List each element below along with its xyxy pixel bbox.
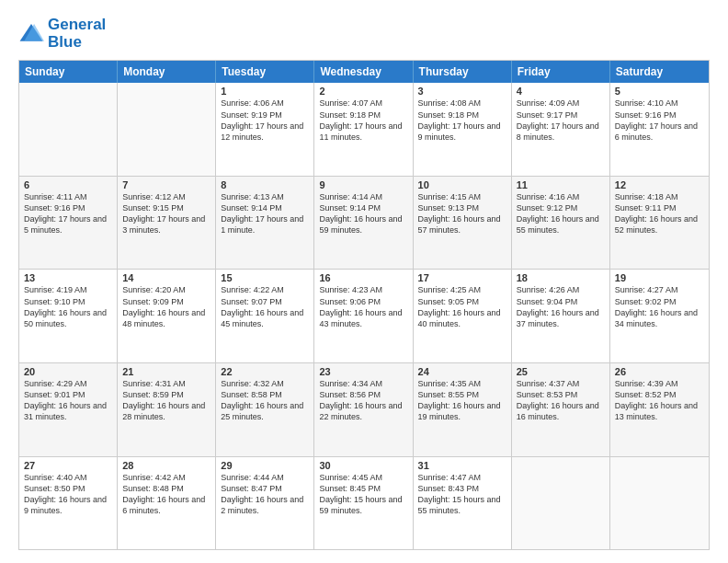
day-number: 31 bbox=[418, 460, 506, 471]
day-info: Sunrise: 4:39 AM Sunset: 8:52 PM Dayligh… bbox=[615, 378, 704, 423]
day-info: Sunrise: 4:35 AM Sunset: 8:55 PM Dayligh… bbox=[418, 378, 506, 423]
day-cell-24: 24Sunrise: 4:35 AM Sunset: 8:55 PM Dayli… bbox=[414, 363, 512, 456]
day-info: Sunrise: 4:07 AM Sunset: 9:18 PM Dayligh… bbox=[319, 98, 407, 143]
day-cell-4: 4Sunrise: 4:09 AM Sunset: 9:17 PM Daylig… bbox=[512, 83, 610, 176]
day-number: 23 bbox=[319, 366, 407, 377]
day-cell-27: 27Sunrise: 4:40 AM Sunset: 8:50 PM Dayli… bbox=[19, 457, 118, 550]
page: GeneralBlue SundayMondayTuesdayWednesday… bbox=[0, 0, 728, 563]
day-info: Sunrise: 4:22 AM Sunset: 9:07 PM Dayligh… bbox=[221, 284, 309, 329]
day-info: Sunrise: 4:34 AM Sunset: 8:56 PM Dayligh… bbox=[319, 378, 407, 423]
day-number: 30 bbox=[319, 460, 407, 471]
day-number: 22 bbox=[221, 366, 309, 377]
day-number: 18 bbox=[517, 272, 605, 283]
day-number: 9 bbox=[319, 179, 407, 190]
logo-text: GeneralBlue bbox=[48, 17, 106, 51]
day-cell-17: 17Sunrise: 4:25 AM Sunset: 9:05 PM Dayli… bbox=[414, 270, 512, 362]
day-cell-6: 6Sunrise: 4:11 AM Sunset: 9:16 PM Daylig… bbox=[19, 177, 118, 270]
day-info: Sunrise: 4:13 AM Sunset: 9:14 PM Dayligh… bbox=[221, 191, 309, 236]
calendar-body: 1Sunrise: 4:06 AM Sunset: 9:19 PM Daylig… bbox=[19, 83, 709, 549]
header: GeneralBlue bbox=[18, 17, 710, 51]
day-number: 15 bbox=[221, 272, 309, 283]
day-info: Sunrise: 4:06 AM Sunset: 9:19 PM Dayligh… bbox=[221, 98, 309, 143]
day-info: Sunrise: 4:16 AM Sunset: 9:12 PM Dayligh… bbox=[517, 191, 605, 236]
day-header-saturday: Saturday bbox=[610, 61, 709, 83]
day-number: 1 bbox=[221, 86, 309, 97]
day-cell-19: 19Sunrise: 4:27 AM Sunset: 9:02 PM Dayli… bbox=[610, 270, 709, 362]
day-cell-23: 23Sunrise: 4:34 AM Sunset: 8:56 PM Dayli… bbox=[314, 363, 413, 456]
day-number: 26 bbox=[615, 366, 704, 377]
day-cell-30: 30Sunrise: 4:45 AM Sunset: 8:45 PM Dayli… bbox=[314, 457, 413, 550]
day-cell-22: 22Sunrise: 4:32 AM Sunset: 8:58 PM Dayli… bbox=[216, 363, 314, 456]
day-cell-7: 7Sunrise: 4:12 AM Sunset: 9:15 PM Daylig… bbox=[118, 177, 216, 270]
day-cell-13: 13Sunrise: 4:19 AM Sunset: 9:10 PM Dayli… bbox=[19, 270, 118, 362]
day-cell-2: 2Sunrise: 4:07 AM Sunset: 9:18 PM Daylig… bbox=[314, 83, 413, 176]
day-info: Sunrise: 4:42 AM Sunset: 8:48 PM Dayligh… bbox=[122, 472, 210, 517]
day-cell-16: 16Sunrise: 4:23 AM Sunset: 9:06 PM Dayli… bbox=[314, 270, 413, 362]
day-info: Sunrise: 4:44 AM Sunset: 8:47 PM Dayligh… bbox=[221, 472, 309, 517]
day-number: 17 bbox=[418, 272, 506, 283]
day-cell-12: 12Sunrise: 4:18 AM Sunset: 9:11 PM Dayli… bbox=[610, 177, 709, 270]
day-number: 10 bbox=[418, 179, 506, 190]
calendar: SundayMondayTuesdayWednesdayThursdayFrid… bbox=[18, 60, 710, 550]
day-number: 14 bbox=[122, 272, 210, 283]
day-header-thursday: Thursday bbox=[414, 61, 512, 83]
day-cell-1: 1Sunrise: 4:06 AM Sunset: 9:19 PM Daylig… bbox=[216, 83, 314, 176]
day-header-sunday: Sunday bbox=[19, 61, 118, 83]
week-row-2: 6Sunrise: 4:11 AM Sunset: 9:16 PM Daylig… bbox=[19, 176, 709, 270]
day-cell-9: 9Sunrise: 4:14 AM Sunset: 9:14 PM Daylig… bbox=[314, 177, 413, 270]
day-cell-31: 31Sunrise: 4:47 AM Sunset: 8:43 PM Dayli… bbox=[414, 457, 512, 550]
day-number: 19 bbox=[615, 272, 704, 283]
day-number: 24 bbox=[418, 366, 506, 377]
day-info: Sunrise: 4:19 AM Sunset: 9:10 PM Dayligh… bbox=[24, 284, 112, 329]
week-row-5: 27Sunrise: 4:40 AM Sunset: 8:50 PM Dayli… bbox=[19, 456, 709, 550]
empty-cell bbox=[512, 457, 610, 550]
day-info: Sunrise: 4:37 AM Sunset: 8:53 PM Dayligh… bbox=[517, 378, 605, 423]
day-number: 5 bbox=[615, 86, 704, 97]
day-info: Sunrise: 4:10 AM Sunset: 9:16 PM Dayligh… bbox=[615, 98, 704, 143]
day-number: 12 bbox=[615, 179, 704, 190]
day-cell-14: 14Sunrise: 4:20 AM Sunset: 9:09 PM Dayli… bbox=[118, 270, 216, 362]
day-number: 8 bbox=[221, 179, 309, 190]
day-cell-28: 28Sunrise: 4:42 AM Sunset: 8:48 PM Dayli… bbox=[118, 457, 216, 550]
day-number: 28 bbox=[122, 460, 210, 471]
empty-cell bbox=[610, 457, 709, 550]
logo: GeneralBlue bbox=[18, 17, 106, 51]
day-cell-25: 25Sunrise: 4:37 AM Sunset: 8:53 PM Dayli… bbox=[512, 363, 610, 456]
day-number: 7 bbox=[122, 179, 210, 190]
day-info: Sunrise: 4:29 AM Sunset: 9:01 PM Dayligh… bbox=[24, 378, 112, 423]
day-info: Sunrise: 4:27 AM Sunset: 9:02 PM Dayligh… bbox=[615, 284, 704, 329]
day-cell-18: 18Sunrise: 4:26 AM Sunset: 9:04 PM Dayli… bbox=[512, 270, 610, 362]
day-info: Sunrise: 4:25 AM Sunset: 9:05 PM Dayligh… bbox=[418, 284, 506, 329]
day-info: Sunrise: 4:47 AM Sunset: 8:43 PM Dayligh… bbox=[418, 472, 506, 517]
day-cell-26: 26Sunrise: 4:39 AM Sunset: 8:52 PM Dayli… bbox=[610, 363, 709, 456]
day-info: Sunrise: 4:08 AM Sunset: 9:18 PM Dayligh… bbox=[418, 98, 506, 143]
day-header-wednesday: Wednesday bbox=[314, 61, 413, 83]
day-info: Sunrise: 4:09 AM Sunset: 9:17 PM Dayligh… bbox=[517, 98, 605, 143]
day-cell-20: 20Sunrise: 4:29 AM Sunset: 9:01 PM Dayli… bbox=[19, 363, 118, 456]
day-number: 16 bbox=[319, 272, 407, 283]
day-cell-29: 29Sunrise: 4:44 AM Sunset: 8:47 PM Dayli… bbox=[216, 457, 314, 550]
day-number: 11 bbox=[517, 179, 605, 190]
empty-cell bbox=[118, 83, 216, 176]
week-row-3: 13Sunrise: 4:19 AM Sunset: 9:10 PM Dayli… bbox=[19, 269, 709, 362]
day-info: Sunrise: 4:40 AM Sunset: 8:50 PM Dayligh… bbox=[24, 472, 112, 517]
day-header-tuesday: Tuesday bbox=[216, 61, 314, 83]
day-number: 20 bbox=[24, 366, 112, 377]
empty-cell bbox=[19, 83, 118, 176]
day-cell-11: 11Sunrise: 4:16 AM Sunset: 9:12 PM Dayli… bbox=[512, 177, 610, 270]
day-cell-21: 21Sunrise: 4:31 AM Sunset: 8:59 PM Dayli… bbox=[118, 363, 216, 456]
logo-icon bbox=[18, 21, 44, 47]
day-info: Sunrise: 4:15 AM Sunset: 9:13 PM Dayligh… bbox=[418, 191, 506, 236]
day-info: Sunrise: 4:23 AM Sunset: 9:06 PM Dayligh… bbox=[319, 284, 407, 329]
week-row-1: 1Sunrise: 4:06 AM Sunset: 9:19 PM Daylig… bbox=[19, 83, 709, 176]
day-number: 13 bbox=[24, 272, 112, 283]
day-number: 3 bbox=[418, 86, 506, 97]
day-header-friday: Friday bbox=[512, 61, 610, 83]
day-info: Sunrise: 4:18 AM Sunset: 9:11 PM Dayligh… bbox=[615, 191, 704, 236]
day-cell-8: 8Sunrise: 4:13 AM Sunset: 9:14 PM Daylig… bbox=[216, 177, 314, 270]
day-info: Sunrise: 4:26 AM Sunset: 9:04 PM Dayligh… bbox=[517, 284, 605, 329]
day-info: Sunrise: 4:45 AM Sunset: 8:45 PM Dayligh… bbox=[319, 472, 407, 517]
day-number: 2 bbox=[319, 86, 407, 97]
day-info: Sunrise: 4:32 AM Sunset: 8:58 PM Dayligh… bbox=[221, 378, 309, 423]
day-number: 27 bbox=[24, 460, 112, 471]
